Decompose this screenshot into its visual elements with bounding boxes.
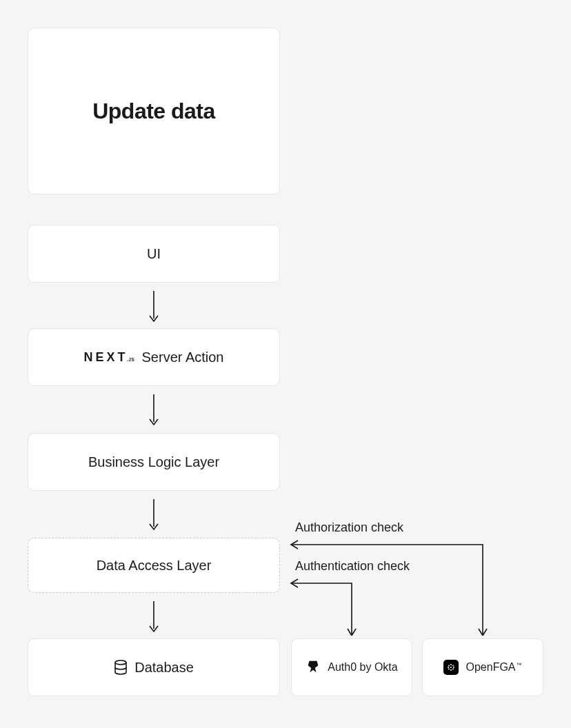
svg-point-7: [448, 665, 450, 667]
svg-point-8: [452, 665, 454, 667]
arrow-bll-to-dal: [147, 496, 161, 534]
node-data-access: Data Access Layer: [28, 538, 280, 593]
auth0-label: Auth0 by Okta: [328, 661, 397, 674]
node-auth0: Auth0 by Okta: [291, 638, 412, 696]
openfga-label: OpenFGA™: [465, 661, 521, 674]
openfga-icon: [443, 660, 459, 675]
database-label: Database: [134, 660, 194, 676]
svg-point-9: [448, 667, 449, 668]
server-action-label: Server Action: [142, 350, 224, 365]
database-icon: [114, 660, 128, 675]
svg-point-12: [448, 669, 450, 670]
arrow-dal-to-database: [147, 598, 161, 636]
nextjs-logo: NEXT.JS: [84, 350, 135, 365]
arrow-server-to-bll: [147, 392, 161, 429]
nextjs-logo-text: NEXT: [84, 350, 128, 365]
ui-label: UI: [147, 246, 161, 262]
arrow-authorization-check: [280, 539, 494, 636]
business-logic-label: Business Logic Layer: [88, 454, 219, 470]
svg-point-14: [450, 669, 452, 671]
data-access-label: Data Access Layer: [97, 558, 212, 574]
svg-point-10: [450, 667, 452, 668]
authentication-check-label: Authentication check: [295, 559, 410, 574]
svg-point-6: [450, 664, 452, 665]
auth0-icon: [305, 660, 321, 675]
svg-point-13: [452, 669, 454, 670]
svg-point-11: [453, 667, 454, 668]
nextjs-logo-sub: .JS: [127, 357, 135, 362]
title-text: Update data: [92, 99, 215, 124]
arrow-ui-to-server-action: [147, 288, 161, 325]
node-ui: UI: [28, 225, 280, 283]
svg-point-4: [115, 660, 126, 665]
node-openfga: OpenFGA™: [422, 638, 543, 696]
authorization-check-label: Authorization check: [295, 520, 403, 535]
node-business-logic: Business Logic Layer: [28, 433, 280, 491]
node-server-action: NEXT.JS Server Action: [28, 328, 280, 386]
arrow-authentication-check: [280, 578, 370, 636]
title-box: Update data: [28, 28, 280, 194]
node-database: Database: [28, 638, 280, 696]
